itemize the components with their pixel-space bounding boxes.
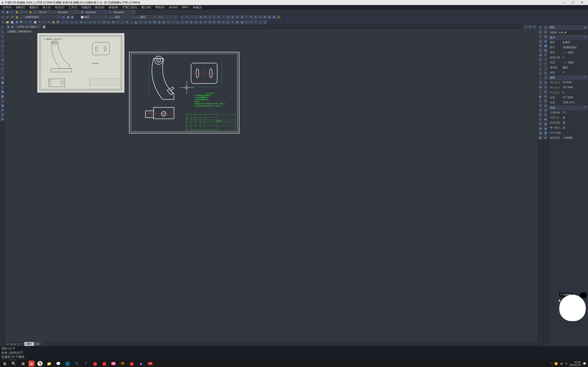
menu-draw[interactable]: 绘图(D) [80,5,93,10]
rr18-icon[interactable]: ⊛ [544,103,548,108]
dim-insp-icon[interactable]: ◎ [240,15,244,19]
rr21-icon[interactable]: ◐ [544,117,548,121]
t22-icon[interactable]: ⊢ [244,20,248,24]
prop-vstyle[interactable]: 视觉样式二维线框 [548,135,588,141]
dim-more2-icon[interactable]: ⊠ [272,15,276,19]
r7-icon[interactable]: ⊞ [538,53,543,57]
tb-bulb-icon[interactable]: ◉ [28,10,33,14]
app-qq-icon[interactable]: 🐧 [35,360,44,367]
t3-icon[interactable]: ⊟ [157,20,161,24]
tb-tbl-icon[interactable]: ▤ [80,10,84,14]
tab-prev-icon[interactable]: ◀ [6,25,10,29]
cut-icon[interactable]: ✂ [24,20,28,24]
tab-next-icon[interactable]: ▶ [11,25,15,29]
t9-icon[interactable]: ⊚ [185,20,189,24]
section-other[interactable]: 其他 [548,105,588,110]
t5-icon[interactable]: ◇ [166,20,170,24]
fillet-icon[interactable]: ◟ [129,20,134,24]
r13-icon[interactable]: ⊘ [538,80,543,84]
rr9-icon[interactable]: ⊤ [544,62,548,66]
tb-a-icon[interactable]: A [1,10,5,14]
std2-dropdown[interactable]: Standard [85,10,108,14]
dist-icon[interactable]: ↔ [61,20,65,24]
menu-ext[interactable]: 扩展工具(X) [120,5,139,10]
prop-ucsname[interactable]: UCS 名称 [548,130,588,135]
dim-jog-icon[interactable]: ⤴ [244,15,248,19]
menu-arcgis[interactable]: ArcGIS [167,5,180,9]
section-basic[interactable]: 基本 [548,35,588,40]
prop-layer[interactable]: 图层1轮廓实线层 [548,45,588,50]
rr19-icon[interactable]: ◎ [544,108,548,112]
r24-icon[interactable]: ⊠ [538,131,543,135]
copy-icon[interactable]: ⎘ [28,20,33,24]
doc-tab-close-icon[interactable]: ✕ [37,25,40,28]
rr7-icon[interactable]: ⊢ [544,53,548,57]
app1-icon[interactable]: ◉ [28,361,34,367]
prop-w[interactable]: 宽度1298.7371 [548,100,588,105]
plotstyle-dropdown[interactable]: 随色 [157,15,178,19]
t18-icon[interactable]: ◎ [226,20,230,24]
arc-icon[interactable]: ◠ [0,48,5,52]
tb-pick-icon[interactable]: ⬚ [33,10,37,14]
ellipse-icon[interactable]: ⬭ [0,67,5,71]
prop-transp[interactable]: 透明度随层 [548,65,588,70]
region2-icon[interactable]: ▱ [0,99,5,103]
revcloud-icon[interactable]: ☁ [0,57,5,61]
t20-icon[interactable]: ◐ [235,20,239,24]
r23-icon[interactable]: ⊞ [538,126,543,130]
prop-cz[interactable]: 中心点 Z0 [548,90,588,95]
tb-lay3-icon[interactable]: ◧ [70,15,74,19]
drawing-canvas[interactable]: [-][俯视][二维线框][WC 12. 脚踏座（LJT05.12） [5,29,538,346]
sel-qs-icon[interactable]: ⊞ [561,31,563,34]
tb-multi-icon[interactable]: ⎅ [24,10,28,14]
taskbar-clock[interactable]: 20:35 2024/11/5 [569,361,581,366]
dim-center-icon[interactable]: ⊕ [235,15,239,19]
mtab-list-icon[interactable]: ≡ [21,342,24,345]
prop-pervp[interactable]: 每个视口...是 [548,125,588,130]
rotate-icon[interactable]: ↻ [93,20,97,24]
rr6-icon[interactable]: ▤ [544,48,548,52]
sel-flash-icon[interactable]: ⚡ [564,31,567,34]
r22-icon[interactable]: ⊟ [538,122,543,126]
menu-insert[interactable]: 插入(I) [41,5,52,10]
tray-ime-icon[interactable]: A [565,362,567,365]
menu-edit[interactable]: 编辑(E) [14,5,27,10]
r19-icon[interactable]: ⊚ [538,108,543,112]
menu-app[interactable]: APP+ [180,5,191,9]
tb-lock-icon[interactable]: 🔒 [15,15,19,19]
tab-model[interactable]: 模型 [24,342,34,346]
rr23-icon[interactable]: ◒ [544,126,548,130]
rr16-icon[interactable]: ⊘ [544,94,548,98]
std1-dropdown[interactable]: Standard [57,10,79,14]
prop-ucs[interactable]: 打开 UC...是 [548,115,588,120]
mtab-add-icon[interactable]: + [41,342,44,345]
vp-close-icon[interactable]: ✕ [533,25,537,29]
taskview-icon[interactable]: ⊞ [18,360,27,367]
dim-update-icon[interactable]: ↻ [258,15,262,19]
rr2-icon[interactable]: A [544,30,548,34]
prop-thick[interactable]: 厚度0 [548,70,588,75]
search-icon[interactable]: 🔍 [9,360,18,367]
t13-icon[interactable]: ⊙ [203,20,207,24]
t19-icon[interactable]: ● [230,20,235,24]
properties-close-icon[interactable]: ✕ [584,26,587,29]
pline-icon[interactable]: ∿ [0,34,5,39]
rr8-icon[interactable]: ⊣ [544,57,548,61]
prop-ltscale[interactable]: 线型比例1 [548,55,588,60]
dim-linear-icon[interactable]: ⊢ [180,15,184,19]
area-icon[interactable]: ▱ [65,20,69,24]
menu-format[interactable]: 格式(O) [53,5,66,10]
t23-icon[interactable]: ⊣ [249,20,253,24]
rr4-icon[interactable]: ⊟ [544,39,548,43]
t15-icon[interactable]: ⊖ [212,20,216,24]
tb-lay2-icon[interactable]: ◨ [66,15,70,19]
offset-icon[interactable]: ⊏ [107,20,111,24]
rr14-icon[interactable]: ⊖ [544,85,548,89]
r2-icon[interactable]: ⊡ [538,30,543,34]
move-icon[interactable]: ⊹ [84,20,88,24]
mtab-prev-icon[interactable]: ◀ [10,342,13,345]
r5-icon[interactable]: ⇄ [538,44,543,48]
start-button[interactable]: ⊞ [0,360,9,367]
r16-icon[interactable]: ◣ [538,94,543,98]
erase-icon[interactable]: ✕ [143,20,147,24]
